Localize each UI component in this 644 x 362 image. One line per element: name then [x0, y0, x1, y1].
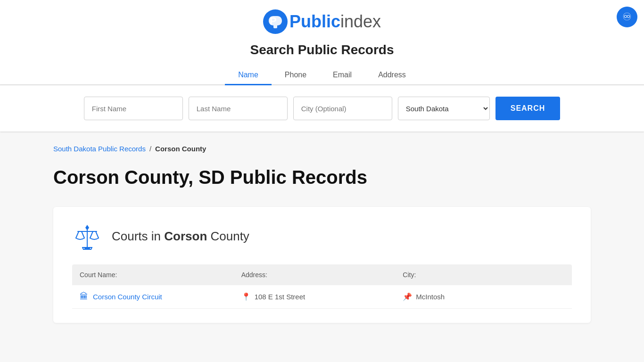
svg-line-8 [96, 231, 99, 238]
table-row: 🏛 Corson County Circuit 📍 108 E 1st Stre… [72, 285, 572, 309]
court-address-cell: 📍 108 E 1st Street [241, 292, 403, 301]
breadcrumb-current: Corson County [155, 145, 206, 153]
courts-title-prefix: Courts in [112, 229, 164, 243]
search-button[interactable]: SEARCH [495, 97, 561, 120]
tab-name[interactable]: Name [225, 66, 272, 85]
court-name-cell: 🏛 Corson County Circuit [80, 292, 241, 302]
county-page-heading: Corson County, SD Public Records [53, 167, 591, 188]
col-city: City: [403, 271, 564, 279]
breadcrumb: South Dakota Public Records / Corson Cou… [53, 145, 591, 153]
scales-of-justice-icon [72, 221, 102, 251]
city-input[interactable] [293, 97, 392, 120]
courts-title-suffix: County [207, 229, 249, 243]
tab-address[interactable]: Address [365, 66, 419, 85]
map-icon: 📌 [403, 292, 412, 301]
svg-marker-9 [85, 225, 89, 230]
court-name-link[interactable]: Corson County Circuit [93, 293, 162, 301]
last-name-input[interactable] [189, 97, 288, 120]
courts-section: Courts in Corson County Court Name: Addr… [53, 207, 591, 323]
first-name-input[interactable] [84, 97, 183, 120]
logo-text: Publicindex [289, 12, 381, 32]
accessibility-button[interactable]: ♾ [617, 7, 637, 27]
svg-text:P: P [270, 15, 277, 27]
logo-icon: P [263, 9, 288, 34]
court-city-cell: 📌 McIntosh [403, 292, 564, 301]
svg-line-5 [76, 231, 79, 238]
breadcrumb-separator: / [149, 145, 151, 153]
court-address-text: 108 E 1st Street [255, 293, 305, 301]
accessibility-icon: ♾ [622, 12, 632, 22]
court-city-text: McIntosh [416, 293, 445, 301]
courts-table-header: Court Name: Address: City: [72, 264, 572, 285]
tab-email[interactable]: Email [320, 66, 365, 85]
main-content: South Dakota Public Records / Corson Cou… [44, 132, 600, 336]
tab-phone[interactable]: Phone [272, 66, 320, 85]
svg-line-6 [82, 231, 84, 238]
svg-line-7 [90, 231, 93, 238]
search-tabs: Name Phone Email Address [0, 66, 644, 85]
logo-public-text: Public [289, 12, 340, 31]
courts-title-county: Corson [164, 229, 207, 243]
location-pin-icon: 📍 [241, 292, 251, 301]
logo-index-text: index [340, 12, 381, 31]
logo[interactable]: P Publicindex [0, 9, 644, 34]
courts-section-header: Courts in Corson County [72, 221, 572, 251]
site-header: P Publicindex Search Public Records Name… [0, 0, 644, 132]
breadcrumb-link[interactable]: South Dakota Public Records [53, 145, 146, 153]
col-court-name: Court Name: [80, 271, 241, 279]
col-address: Address: [241, 271, 403, 279]
page-title: Search Public Records [0, 42, 644, 58]
search-form: South Dakota Alabama Alaska Arizona Arka… [0, 85, 644, 132]
state-select[interactable]: South Dakota Alabama Alaska Arizona Arka… [398, 97, 490, 120]
building-icon: 🏛 [80, 292, 88, 302]
courts-section-title: Courts in Corson County [112, 229, 249, 244]
